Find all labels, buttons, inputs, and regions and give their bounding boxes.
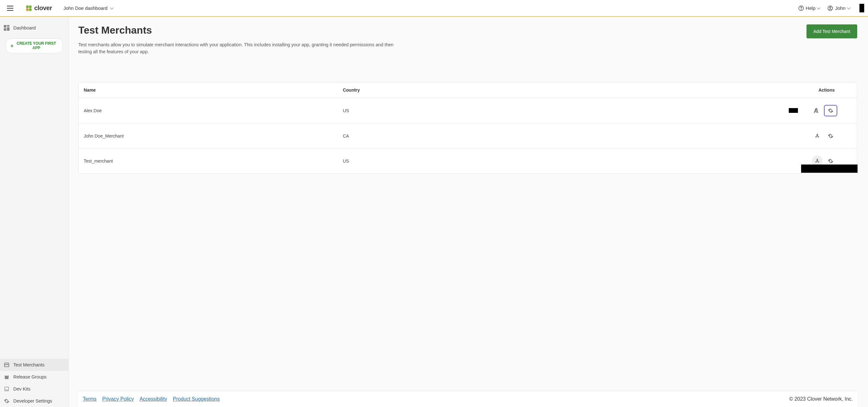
table-row: Test_merchant US — [79, 148, 857, 174]
main-content: Test Merchants Add Test Merchant Test me… — [69, 17, 868, 407]
page-title: Test Merchants — [78, 24, 152, 36]
create-app-label: CREATE YOUR FIRST APP — [16, 41, 57, 51]
gear-icon — [828, 108, 833, 114]
sidebar-item-dev-kits[interactable]: Dev Kits — [0, 383, 68, 395]
svg-rect-11 — [4, 25, 6, 28]
column-header-country: Country — [338, 83, 478, 98]
sidebar-item-label: Test Merchants — [13, 362, 44, 367]
logo-text: clover — [34, 4, 52, 12]
clover-logo-icon — [25, 5, 32, 12]
logo[interactable]: clover — [25, 4, 52, 12]
svg-point-5 — [26, 8, 29, 11]
dashboard-name: John Doe dashboard — [63, 5, 107, 11]
footer: Terms Privacy Policy Accessibility Produ… — [78, 391, 857, 407]
rocket-icon — [813, 108, 819, 114]
sidebar: Dashboard + CREATE YOUR FIRST APP — [0, 17, 69, 407]
rocket-icon — [814, 133, 820, 139]
svg-rect-13 — [7, 27, 9, 31]
dashboard-icon — [4, 25, 9, 31]
merchant-name: Alex Doe — [79, 98, 338, 123]
user-name: John — [835, 5, 845, 11]
chevron-down-icon — [110, 6, 114, 9]
sidebar-item-label: Dashboard — [13, 25, 36, 30]
add-test-merchant-button[interactable]: Add Test Merchant — [806, 24, 857, 38]
sidebar-item-label: Release Groups — [13, 374, 46, 379]
help-button[interactable]: Help — [798, 5, 820, 11]
svg-rect-2 — [7, 10, 13, 10]
svg-rect-1 — [7, 8, 13, 8]
sidebar-item-label: Dev Kits — [13, 386, 30, 392]
copyright: © 2023 Clover Network, Inc. — [789, 396, 853, 402]
merchant-settings-button[interactable] — [824, 105, 837, 116]
redacted-block — [789, 108, 798, 113]
redacted-block — [801, 164, 858, 173]
sidebar-item-test-merchants[interactable]: Test Merchants — [0, 359, 68, 371]
svg-point-3 — [26, 5, 29, 8]
merchant-country: CA — [338, 123, 478, 148]
page-description: Test merchants allow you to simulate mer… — [78, 41, 408, 56]
svg-rect-15 — [5, 377, 8, 379]
footer-link-suggestions[interactable]: Product Suggestions — [173, 396, 220, 402]
laptop-icon — [4, 386, 9, 392]
sidebar-item-developer-settings[interactable]: Developer Settings — [0, 395, 68, 407]
create-first-app-button[interactable]: + CREATE YOUR FIRST APP — [6, 38, 63, 53]
chevron-down-icon — [817, 6, 820, 9]
storefront-icon — [4, 362, 9, 368]
gear-icon — [828, 133, 833, 139]
merchants-table: Name Country Actions Alex Doe US — [78, 82, 857, 174]
launch-merchant-button[interactable] — [812, 131, 823, 142]
svg-point-4 — [29, 5, 32, 8]
user-menu-button[interactable]: John — [828, 5, 850, 11]
merchant-country: US — [338, 98, 478, 123]
svg-point-6 — [29, 8, 32, 11]
sidebar-item-label: Developer Settings — [13, 399, 52, 404]
table-row: Alex Doe US — [79, 98, 857, 123]
svg-rect-0 — [7, 6, 13, 6]
column-header-actions: Actions — [478, 83, 857, 98]
table-row: John Doe_Merchant CA — [79, 123, 857, 148]
footer-link-terms[interactable]: Terms — [83, 396, 97, 402]
footer-link-privacy[interactable]: Privacy Policy — [102, 396, 134, 402]
dashboard-selector[interactable]: John Doe dashboard — [63, 5, 113, 11]
svg-rect-16 — [5, 387, 8, 390]
svg-point-10 — [830, 7, 831, 8]
store-icon — [4, 374, 9, 380]
sidebar-item-release-groups[interactable]: Release Groups — [0, 371, 68, 383]
gear-icon — [828, 158, 833, 164]
help-icon — [798, 5, 804, 11]
launch-merchant-button[interactable] — [811, 105, 822, 116]
gear-icon — [4, 398, 9, 404]
hamburger-icon — [7, 6, 13, 11]
merchant-name: John Doe_Merchant — [79, 123, 338, 148]
svg-rect-12 — [7, 25, 9, 27]
plus-icon: + — [10, 43, 13, 49]
chevron-down-icon — [847, 6, 850, 9]
footer-link-accessibility[interactable]: Accessibility — [140, 396, 167, 402]
merchant-country: US — [338, 148, 478, 174]
column-header-name: Name — [79, 83, 338, 98]
sidebar-item-dashboard[interactable]: Dashboard — [0, 22, 68, 34]
merchant-name: Test_merchant — [79, 148, 338, 174]
redacted-block — [860, 4, 864, 12]
merchant-settings-button[interactable] — [825, 131, 836, 142]
user-icon — [828, 5, 833, 11]
menu-toggle-button[interactable] — [4, 2, 17, 14]
app-header: clover John Doe dashboard Help — [0, 0, 868, 17]
svg-rect-14 — [4, 28, 6, 31]
rocket-icon — [814, 158, 820, 164]
help-label: Help — [806, 5, 816, 11]
